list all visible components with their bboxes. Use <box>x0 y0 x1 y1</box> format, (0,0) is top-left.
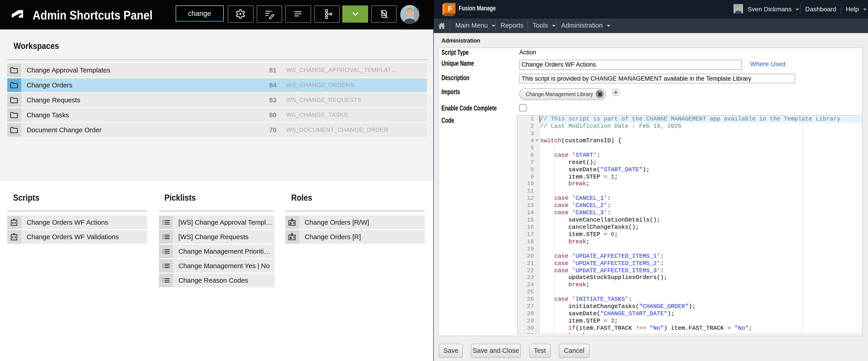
svg-text:F: F <box>448 4 453 13</box>
